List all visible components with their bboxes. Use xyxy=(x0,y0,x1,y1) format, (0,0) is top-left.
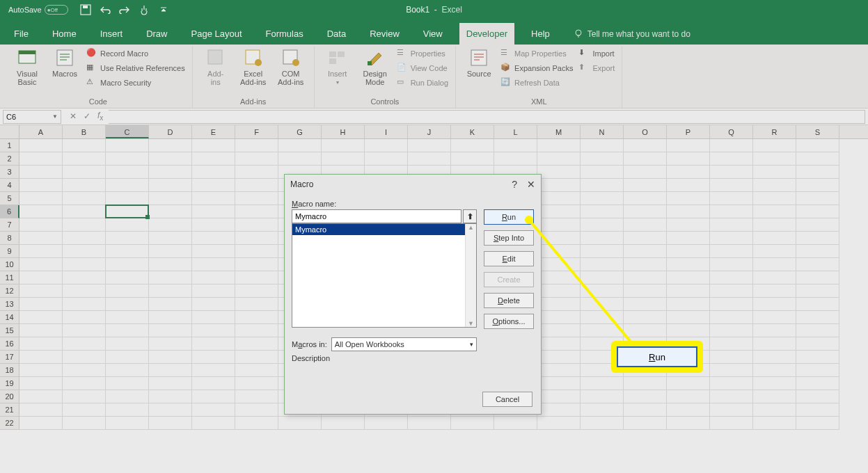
cell[interactable] xyxy=(149,364,192,377)
cell[interactable] xyxy=(753,139,796,152)
cell[interactable] xyxy=(796,218,839,232)
cell[interactable] xyxy=(537,152,581,166)
cell[interactable] xyxy=(667,192,710,205)
cell[interactable] xyxy=(581,205,624,218)
refresh-data-button[interactable]: 🔄Refresh Data xyxy=(499,77,574,89)
cell[interactable] xyxy=(796,364,839,377)
cell[interactable] xyxy=(667,298,710,311)
column-header[interactable]: O xyxy=(624,125,667,138)
cell[interactable] xyxy=(796,139,839,152)
cell[interactable] xyxy=(753,166,796,179)
column-header[interactable]: D xyxy=(149,125,192,138)
cell[interactable] xyxy=(624,166,667,179)
cell[interactable] xyxy=(710,179,753,192)
cell[interactable] xyxy=(753,192,796,205)
cell[interactable] xyxy=(106,271,149,284)
tab-file[interactable]: File xyxy=(7,23,35,45)
cell[interactable] xyxy=(19,311,63,324)
cell[interactable] xyxy=(235,311,278,324)
cell[interactable] xyxy=(710,192,753,205)
cell[interactable] xyxy=(63,298,106,311)
cell[interactable] xyxy=(667,271,710,284)
cell[interactable] xyxy=(63,417,106,430)
cell[interactable] xyxy=(624,139,667,152)
cell[interactable] xyxy=(624,417,667,430)
cell[interactable] xyxy=(537,205,581,218)
cell[interactable] xyxy=(192,232,235,245)
cell[interactable] xyxy=(624,258,667,271)
cell[interactable] xyxy=(624,324,667,337)
row-header[interactable]: 18 xyxy=(0,364,19,377)
cell[interactable] xyxy=(235,403,278,417)
cell[interactable] xyxy=(192,192,235,205)
visual-basic-button[interactable]: Visual Basic xyxy=(10,47,45,86)
cell[interactable] xyxy=(667,232,710,245)
cell[interactable] xyxy=(624,179,667,192)
cell[interactable] xyxy=(149,258,192,271)
cell[interactable] xyxy=(149,205,192,218)
column-header[interactable]: K xyxy=(451,125,494,138)
cell[interactable] xyxy=(581,390,624,403)
cell[interactable] xyxy=(192,205,235,218)
row-header[interactable]: 8 xyxy=(0,232,19,245)
cell[interactable] xyxy=(235,377,278,390)
cell[interactable] xyxy=(451,152,494,166)
row-header[interactable]: 22 xyxy=(0,417,19,430)
cell[interactable] xyxy=(235,390,278,403)
cell[interactable] xyxy=(149,390,192,403)
cell[interactable] xyxy=(106,377,149,390)
cell[interactable] xyxy=(667,139,710,152)
cell[interactable] xyxy=(753,364,796,377)
cell[interactable] xyxy=(537,139,581,152)
cell[interactable] xyxy=(753,337,796,351)
source-button[interactable]: Source xyxy=(461,47,496,78)
column-header[interactable]: B xyxy=(63,125,106,138)
cell[interactable] xyxy=(581,271,624,284)
cell[interactable] xyxy=(537,192,581,205)
close-button[interactable]: ✕ xyxy=(527,179,535,190)
row-header[interactable]: 21 xyxy=(0,403,19,417)
cell[interactable] xyxy=(19,179,63,192)
cell[interactable] xyxy=(796,245,839,258)
cell[interactable] xyxy=(192,377,235,390)
cell[interactable] xyxy=(63,284,106,298)
cell[interactable] xyxy=(322,417,365,430)
cell[interactable] xyxy=(149,245,192,258)
cell[interactable] xyxy=(63,218,106,232)
cell[interactable] xyxy=(796,298,839,311)
cell[interactable] xyxy=(19,218,63,232)
cell[interactable] xyxy=(149,298,192,311)
cell[interactable] xyxy=(710,232,753,245)
row-header[interactable]: 15 xyxy=(0,324,19,337)
cell[interactable] xyxy=(149,337,192,351)
design-mode-button[interactable]: Design Mode xyxy=(358,47,393,86)
customize-qat-button[interactable] xyxy=(157,3,170,16)
cell[interactable] xyxy=(537,377,581,390)
cell[interactable] xyxy=(235,364,278,377)
row-header[interactable]: 14 xyxy=(0,311,19,324)
cell[interactable] xyxy=(322,152,365,166)
cell[interactable] xyxy=(796,232,839,245)
cell[interactable] xyxy=(408,152,451,166)
cell[interactable] xyxy=(235,179,278,192)
cell[interactable] xyxy=(624,218,667,232)
row-header[interactable]: 7 xyxy=(0,218,19,232)
cell[interactable] xyxy=(710,390,753,403)
cell[interactable] xyxy=(235,258,278,271)
cell[interactable] xyxy=(235,271,278,284)
cell[interactable] xyxy=(581,298,624,311)
cell[interactable] xyxy=(753,377,796,390)
cell[interactable] xyxy=(710,377,753,390)
tab-help[interactable]: Help xyxy=(524,23,557,45)
cell[interactable] xyxy=(19,152,63,166)
cell[interactable] xyxy=(106,152,149,166)
cell[interactable] xyxy=(192,139,235,152)
cell[interactable] xyxy=(537,337,581,351)
cell[interactable] xyxy=(667,324,710,337)
cell[interactable] xyxy=(796,351,839,364)
column-header[interactable]: R xyxy=(753,125,796,138)
cell[interactable] xyxy=(537,232,581,245)
expansion-packs-button[interactable]: 📦Expansion Packs xyxy=(499,62,574,74)
cell[interactable] xyxy=(192,271,235,284)
cell[interactable] xyxy=(753,390,796,403)
